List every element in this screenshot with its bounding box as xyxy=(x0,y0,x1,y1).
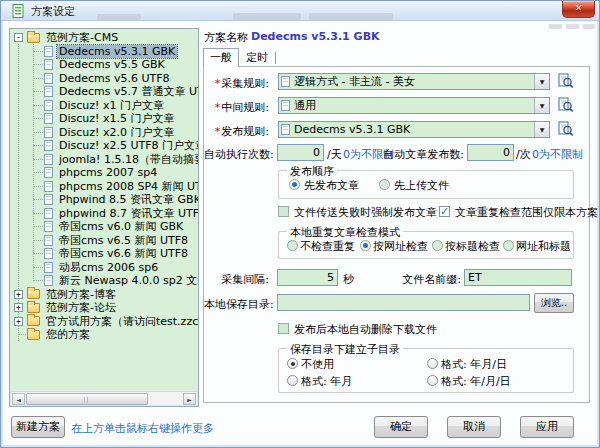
tree-item[interactable]: 您的方案 xyxy=(10,328,198,342)
save-dir-input[interactable] xyxy=(277,294,530,311)
radio-check-by-url[interactable] xyxy=(360,240,371,251)
tree-expander-icon[interactable]: + xyxy=(14,303,23,312)
document-icon xyxy=(281,76,290,87)
tree-item[interactable]: phpwind 8.7 资讯文章 UTF8 xyxy=(10,207,198,221)
tree-item[interactable]: 动易cms 2006 sp6 xyxy=(10,261,198,275)
tree-horizontal-scrollbar[interactable]: ◄ ► xyxy=(11,391,197,405)
checkbox-force-publish[interactable] xyxy=(278,206,289,217)
apply-button[interactable]: 应用 xyxy=(520,416,574,438)
radio-label: 网址和标题 xyxy=(516,239,571,254)
radio-subdir-ym[interactable] xyxy=(287,375,298,386)
radio-url-and-title[interactable] xyxy=(503,240,514,251)
scrollbar-thumb[interactable] xyxy=(26,393,148,405)
tree-expander-icon[interactable]: + xyxy=(14,317,23,326)
radio-subdir-ymd[interactable] xyxy=(427,358,438,369)
document-icon xyxy=(44,235,53,246)
tree-item[interactable]: phpcms 2007 sp4 xyxy=(10,166,198,180)
tree-item[interactable]: joomla! 1.5.18（带自动摘要） xyxy=(10,153,198,167)
tree-item[interactable]: Phpwind 8.5 资讯文章 GBK xyxy=(10,193,198,207)
tree-item[interactable]: + 范例方案-博客 xyxy=(10,288,198,302)
scroll-right-icon[interactable]: ► xyxy=(183,393,196,405)
preview-rule-button[interactable] xyxy=(558,121,574,137)
middle-rule-value: 通用 xyxy=(294,98,549,113)
publish-rule-select[interactable]: Dedecms v5.3.1 GBK ▼ xyxy=(278,121,550,138)
folder-icon xyxy=(27,316,40,326)
tree-item[interactable]: Discuz! x2.0 门户文章 xyxy=(10,126,198,140)
save-dir-label: 本地保存目录: xyxy=(204,297,269,312)
preview-rule-button[interactable] xyxy=(558,97,574,113)
radio-no-check[interactable] xyxy=(287,240,298,251)
ok-button[interactable]: 确定 xyxy=(374,416,428,438)
checkbox-dup-scope[interactable] xyxy=(439,206,450,217)
new-scheme-button[interactable]: 新建方案 xyxy=(11,416,65,438)
folder-icon xyxy=(27,330,40,340)
radio-label: 按网址检查 xyxy=(373,239,428,254)
tree-expander-icon[interactable]: + xyxy=(14,290,23,299)
publish-rule-label: *发布规则: xyxy=(204,124,269,139)
publish-order-group: 发布顺序 先发布文章 先上传文件 xyxy=(278,170,574,199)
interval-label: 采集间隔: xyxy=(204,272,269,287)
tab-schedule[interactable]: 定时 xyxy=(242,50,272,65)
dup-check-title: 本地重复文章检查模式 xyxy=(287,225,403,240)
radio-subdir-y-m-d[interactable] xyxy=(427,375,438,386)
document-icon xyxy=(281,124,290,135)
tab-general[interactable]: 一般 xyxy=(203,48,239,67)
auto-exec-label: 自动执行次数: xyxy=(204,147,269,162)
chevron-down-icon[interactable]: ▼ xyxy=(534,74,549,89)
tree-item[interactable]: + 官方试用方案（请访问test.zzcity. xyxy=(10,315,198,329)
tree-item[interactable]: Dedecms v5.6 UTF8 xyxy=(10,72,198,86)
tree-item[interactable]: 帝国cms v6.6 新闻 UTF8 xyxy=(10,247,198,261)
tree-item[interactable]: Discuz! x1.5 门户文章 xyxy=(10,112,198,126)
auto-publish-hint: 0为不限制 xyxy=(532,147,583,162)
preview-rule-button[interactable] xyxy=(558,73,574,89)
tree-item[interactable]: 帝国cms v6.0 新闻 GBK xyxy=(10,220,198,234)
document-icon xyxy=(44,100,53,111)
tree-item-label: 您的方案 xyxy=(44,327,92,342)
collect-rule-select[interactable]: 逻辑方式 - 非主流 - 美女 ▼ xyxy=(278,73,550,90)
document-icon xyxy=(44,73,53,84)
title-bar[interactable]: 方案设定 ✕ xyxy=(1,1,599,21)
checkbox-delete-after-publish[interactable] xyxy=(278,323,289,334)
radio-upload-file-first[interactable] xyxy=(379,179,390,190)
tree-item[interactable]: Discuz! x2.5 UTF8 门户文章 xyxy=(10,139,198,153)
close-button[interactable]: ✕ xyxy=(562,1,595,18)
chevron-down-icon[interactable]: ▼ xyxy=(534,122,549,137)
tree-item[interactable]: Discuz! x1 门户文章 xyxy=(10,99,198,113)
background-window-artifact xyxy=(566,24,579,29)
middle-rule-select[interactable]: 通用 ▼ xyxy=(278,97,550,114)
radio-label: 按标题检查 xyxy=(445,239,500,254)
dup-check-group: 本地重复文章检查模式 不检查重复 按网址检查 按标题检查 网址和标题 xyxy=(278,231,574,259)
tree-item[interactable]: - 范例方案-CMS xyxy=(10,31,198,45)
auto-publish-input[interactable] xyxy=(467,144,514,161)
radio-label: 不检查重复 xyxy=(300,239,355,254)
browse-button[interactable]: 浏览.. xyxy=(534,293,574,313)
folder-icon xyxy=(27,289,40,299)
tree-item[interactable]: 帝国cms v6.5 新闻 UTF8 xyxy=(10,234,198,248)
tree-item[interactable]: Dedecms v5.7 普通文章 UTF8 xyxy=(10,85,198,99)
auto-exec-input[interactable] xyxy=(277,144,324,161)
scroll-left-icon[interactable]: ◄ xyxy=(12,393,25,405)
chevron-down-icon[interactable]: ▼ xyxy=(534,98,549,113)
radio-subdir-none[interactable] xyxy=(287,358,298,369)
tree-item-label: Dedecms v5.6 UTF8 xyxy=(57,72,172,85)
tree-item[interactable]: 新云 Newasp 4.0.0 sp2 文章模块 xyxy=(10,274,198,288)
prefix-input[interactable] xyxy=(464,269,572,286)
tree-item[interactable]: phpcms 2008 SP4 新闻 UTF8（20 xyxy=(10,180,198,194)
cancel-button[interactable]: 取消 xyxy=(447,416,501,438)
window-title: 方案设定 xyxy=(31,4,75,19)
tree-item[interactable]: + 范例方案-论坛 xyxy=(10,301,198,315)
tree-item[interactable]: Dedecms v5.3.1 GBK xyxy=(10,45,198,59)
document-icon xyxy=(44,248,53,259)
tab-separator xyxy=(275,52,276,64)
tree-item-label: 范例方案-CMS xyxy=(44,30,120,45)
radio-publish-article-first[interactable] xyxy=(289,179,300,190)
background-window-artifact xyxy=(583,24,595,29)
radio-check-by-title[interactable] xyxy=(432,240,443,251)
interval-input[interactable] xyxy=(277,269,338,286)
general-tab-page: *采集规则: 逻辑方式 - 非主流 - 美女 ▼ *中间规则: 通用 ▼ xyxy=(203,66,590,403)
tree-expander-icon[interactable]: - xyxy=(14,33,23,42)
footer-hint: 在上方单击鼠标右键操作更多 xyxy=(71,421,214,436)
tree-item[interactable]: Dedecms v5.5 GBK xyxy=(10,58,198,72)
checkbox-dup-scope-label: 文章重复检查范围仅限本方案 xyxy=(455,205,598,220)
document-icon xyxy=(44,140,53,151)
